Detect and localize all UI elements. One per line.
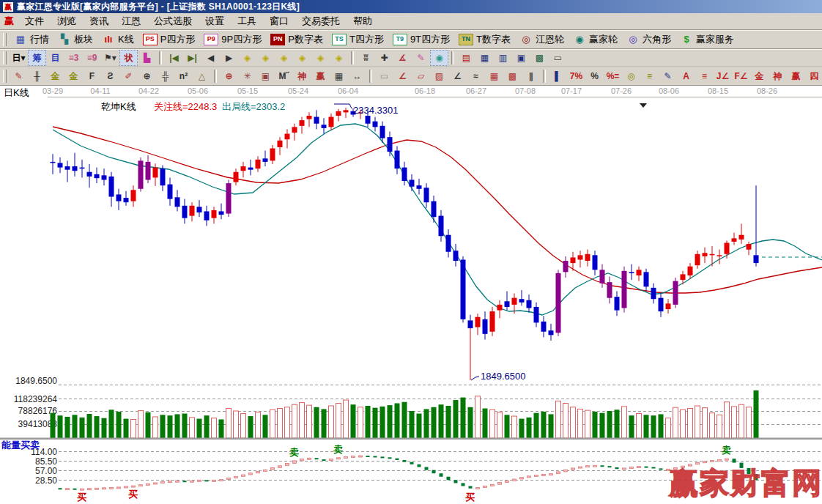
menu-item-help[interactable]: 帮助 [347,14,379,29]
pen-k-icon[interactable]: ✎ [659,68,677,84]
menu-item-file[interactable]: 文件 [18,14,51,29]
red-grid2-icon[interactable]: ▩ [503,68,522,84]
grid-dense-icon[interactable]: ╬ [156,68,174,84]
menu-item-gann[interactable]: 江恩 [115,14,147,29]
grid-icon[interactable]: ╫ [28,68,46,84]
diamond-hsplit-icon[interactable]: ◈ [275,50,293,66]
toolbar-button-quote[interactable]: ▦行情 [10,32,53,47]
gold-circle-icon[interactable]: ◎ [622,68,640,84]
brain-map-icon[interactable]: ◉ [430,50,448,66]
menu-item-window[interactable]: 窗口 [263,14,295,29]
notepad-icon[interactable]: ▥ [494,50,512,66]
gold-angle-icon[interactable]: 金 [750,68,769,84]
fan-icon[interactable]: ∠ [393,68,412,84]
nav-last-icon[interactable]: ▶| [183,50,201,66]
grid-gold-icon[interactable]: 金 [46,68,64,84]
a-lines-icon[interactable]: A [677,68,695,84]
print-icon[interactable]: ▭ [549,50,567,66]
four-angle-icon[interactable]: 四 [805,68,822,84]
fan-box-icon[interactable]: ▱ [412,68,430,84]
box-icon[interactable]: ▭ [375,68,393,84]
data-export-icon[interactable]: ▩ [530,50,549,66]
diamond-left-icon[interactable]: ◈ [238,50,256,66]
grid-s-icon[interactable]: Ƨ [101,68,119,84]
h-range-icon[interactable]: ↔ [348,68,366,84]
gann-circle-icon[interactable]: ⊕ [220,68,238,84]
n-square-icon[interactable]: n² [174,68,193,84]
nav-prev-icon[interactable]: ◀ [201,50,220,66]
win-angle-icon[interactable]: 赢 [787,68,805,84]
spiral-box-icon[interactable]: ▣ [256,68,275,84]
toolbar-label-p-square: P四方形 [160,33,196,46]
toolbar-button-9t-square[interactable]: T99T四方形 [388,32,454,47]
toolbar-button-9p-square[interactable]: P99P四方形 [199,32,266,47]
toolbar-button-p-number-table[interactable]: PNP数字表 [266,32,327,47]
red-grid-icon[interactable]: ▦ [485,68,503,84]
hand-icon[interactable]: ʬ [357,50,375,66]
toolbar-button-winner-service[interactable]: $赢家服务 [675,32,738,47]
menu-item-news[interactable]: 资讯 [83,14,115,29]
percent-icon[interactable]: % [585,68,604,84]
diamond-right-icon[interactable]: ◈ [256,50,275,66]
shen-grid-icon[interactable]: 神 [293,68,311,84]
diamond-cross-icon[interactable]: ◈ [330,50,348,66]
diamond-vsplit-icon[interactable]: ◈ [293,50,311,66]
parallel-lines-icon[interactable]: ∥ [522,68,540,84]
grid-f-icon[interactable]: F [83,68,101,84]
pen-knife-icon[interactable]: ✎ [10,68,28,84]
info-panel-icon[interactable]: 目 [46,50,64,66]
nav-first-icon[interactable]: |◀ [165,50,183,66]
overlay-small-3-icon[interactable]: ≡3 [64,50,83,66]
save-icon[interactable]: ▣ [512,50,530,66]
chart-svg[interactable]: 03-2904-1104-2205-0605-1505-2406-0406-18… [0,86,822,503]
toolbar-label-p-number-table: P数字表 [288,33,323,46]
wave-icon[interactable]: ≈ [467,68,485,84]
nav-next-icon[interactable]: ▶ [220,50,238,66]
calculator-icon[interactable]: ▦ [475,50,494,66]
chip-panel-icon[interactable]: 筹 [28,50,46,66]
toolbar-button-t-square[interactable]: TST四方形 [327,32,388,47]
indicator-panel-icon[interactable]: 状 [119,50,138,66]
toolbar-button-sector[interactable]: ▚板块 [53,32,97,47]
toolbar-button-t-number-table[interactable]: TNT数字表 [454,32,515,47]
chart-area[interactable]: 03-2904-1104-2205-0605-1505-2406-0406-18… [0,86,822,503]
flag-dropdown-icon[interactable]: ⚑▾ [101,50,119,66]
gold-lines-icon[interactable]: ≡ [640,68,659,84]
angle-measure-icon[interactable]: ∡ [393,50,412,66]
pen-grid-icon[interactable]: ✐ [119,68,138,84]
calendar-icon[interactable]: ▤ [457,50,475,66]
circle-grid-icon[interactable]: ⊕ [138,68,156,84]
protractor-icon[interactable]: △ [193,68,211,84]
grid-gold2-icon[interactable]: 金 [64,68,83,84]
menu-item-browse[interactable]: 浏览 [51,14,83,29]
draw-icon[interactable]: ✎ [412,50,430,66]
f-angle-icon[interactable]: F∠ [732,68,750,84]
j-angle-icon[interactable]: J∠ [714,68,732,84]
toolbar-button-gann-wheel[interactable]: ◎江恩轮 [515,32,569,47]
menu-item-settings[interactable]: 设置 [199,14,231,29]
percent-line-icon[interactable]: %= [604,68,622,84]
win-grid-icon[interactable]: 赢 [311,68,330,84]
pane-divider[interactable] [0,438,822,440]
gann-web-icon[interactable]: ✳ [238,68,256,84]
hatch-box-icon[interactable]: ▨ [430,68,448,84]
overlay-small-9-icon[interactable]: ≡9 [83,50,101,66]
bar-chart-icon[interactable]: ▌ [549,68,567,84]
gold-lines-red-icon[interactable]: ≡ [695,68,714,84]
diamond-center-icon[interactable]: ◈ [311,50,330,66]
menu-item-trade-entrust[interactable]: 交易委托 [295,14,347,29]
m-mark-icon[interactable]: M˝ [275,68,293,84]
toolbar-button-kline[interactable]: ılıK线 [97,32,138,47]
toolbar-button-hexagon[interactable]: ◎六角形 [622,32,675,47]
seven-percent-icon[interactable]: 7% [567,68,585,84]
toolbar-button-winner-wheel[interactable]: ◉赢家轮 [569,32,622,47]
color-map-icon[interactable]: ▙ [138,50,156,66]
menu-item-formula-stock-pick[interactable]: 公式选股 [147,14,199,29]
shen-angle-icon[interactable]: 神 [769,68,787,84]
ruler-grid-icon[interactable]: ▦ [330,68,348,84]
period-day-dropdown-icon[interactable]: 日▾ [10,50,28,66]
menu-item-tools[interactable]: 工具 [231,14,263,29]
toolbar-button-p-square[interactable]: PSP四方形 [138,32,200,47]
crosshair-icon[interactable]: ✚ [375,50,393,66]
angle-lines-icon[interactable]: ∠ [448,68,467,84]
